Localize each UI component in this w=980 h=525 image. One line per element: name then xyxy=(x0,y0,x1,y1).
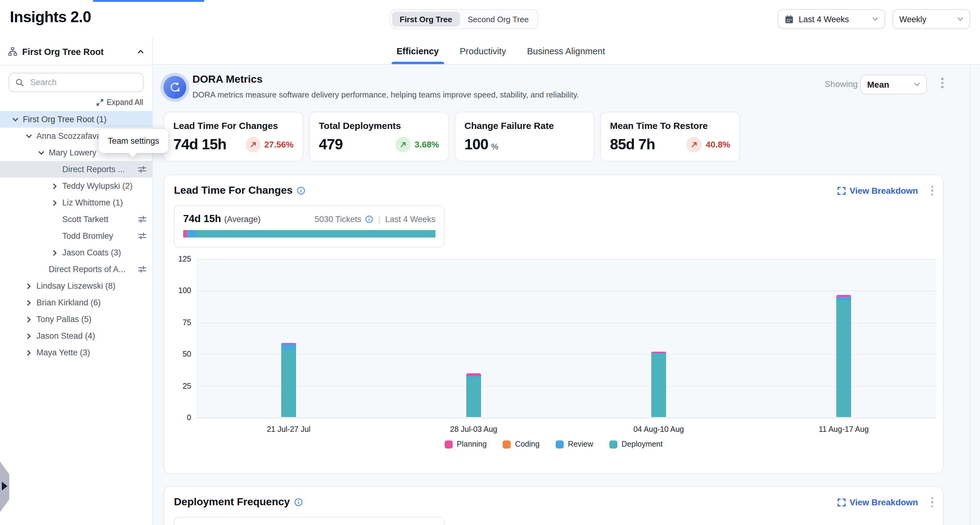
team-settings-icon[interactable] xyxy=(138,215,147,224)
tab-productivity[interactable]: Productivity xyxy=(460,38,506,64)
chevron-right-icon[interactable] xyxy=(25,283,33,289)
dora-metrics-title: DORA Metrics xyxy=(192,73,262,86)
tab-efficiency[interactable]: Efficiency xyxy=(396,38,439,64)
search-input[interactable] xyxy=(29,77,137,88)
legend-label: Review xyxy=(568,440,593,449)
metric-card-lead-time: Lead Time For Changes 74d 15h 27.56% xyxy=(164,112,304,162)
org-tree-toggle: First Org Tree Second Org Tree xyxy=(390,9,539,29)
deployment-segment xyxy=(196,230,436,237)
tree-row-label: Tony Pallas (5) xyxy=(37,315,92,324)
tree-row-label: Todd Bromley xyxy=(62,231,113,240)
stacked-bar[interactable] xyxy=(466,373,481,417)
y-tick: 100 xyxy=(169,286,191,295)
legend-item-review[interactable]: Review xyxy=(556,440,593,449)
tab-business-alignment[interactable]: Business Alignment xyxy=(527,38,605,64)
chevron-right-icon[interactable] xyxy=(51,200,59,206)
dora-more-menu[interactable] xyxy=(941,78,943,88)
scroll-divider xyxy=(969,65,970,525)
tree-row-jason-stead[interactable]: Jason Stead (4) xyxy=(0,328,152,344)
tree-row-first-org-tree-root[interactable]: First Org Tree Root (1) xyxy=(0,111,152,128)
tree-row-direct-reports-of-a[interactable]: Direct Reports of A... xyxy=(0,261,152,278)
metric-title: Lead Time For Changes xyxy=(173,120,294,131)
tree-row-label: Direct Reports of A... xyxy=(49,265,126,274)
chevron-down-icon[interactable] xyxy=(25,133,33,139)
tree-row-jason-coats[interactable]: Jason Coats (3) xyxy=(0,244,152,261)
toggle-second-org-tree[interactable]: Second Org Tree xyxy=(460,12,536,27)
tree-row-brian-kirkland[interactable]: Brian Kirkland (6) xyxy=(0,294,152,311)
search-field[interactable] xyxy=(9,73,144,92)
chevron-right-icon[interactable] xyxy=(51,250,59,256)
date-range-select[interactable]: Last 4 Weeks xyxy=(778,9,885,29)
legend-item-planning[interactable]: Planning xyxy=(444,440,487,449)
lead-time-chart-card: Lead Time For Changes View Breakdown 74d… xyxy=(164,175,943,474)
expand-corners-icon xyxy=(838,498,846,506)
trend-up-icon xyxy=(396,137,411,152)
view-breakdown-link[interactable]: View Breakdown xyxy=(838,186,918,196)
section-tabs: Efficiency Productivity Business Alignme… xyxy=(153,38,980,65)
tree-row-lindsay-liszewski[interactable]: Lindsay Liszewski (8) xyxy=(0,278,152,294)
tree-row-maya-yette[interactable]: Maya Yette (3) xyxy=(0,344,152,361)
info-icon[interactable] xyxy=(294,498,303,506)
cutoff-blue-element xyxy=(93,0,204,2)
info-icon[interactable] xyxy=(365,215,373,223)
chevron-down-icon xyxy=(872,16,878,22)
tree-row-scott-tarkett[interactable]: Scott Tarkett xyxy=(0,211,152,228)
tree-row-liz-whittome[interactable]: Liz Whittome (1) xyxy=(0,194,152,211)
dora-metrics-icon xyxy=(164,76,186,99)
view-breakdown-link[interactable]: View Breakdown xyxy=(838,497,918,507)
showing-mean-value: Mean xyxy=(867,80,889,89)
stacked-bar[interactable] xyxy=(836,294,851,417)
tree-row-label: Scott Tarkett xyxy=(62,215,108,224)
metric-unit: % xyxy=(491,142,498,151)
team-settings-icon[interactable] xyxy=(138,265,147,274)
legend-swatch xyxy=(444,440,452,448)
chart-legend: Planning Coding Review Deployment xyxy=(164,440,943,449)
team-settings-icon[interactable] xyxy=(138,231,147,240)
tree-row-label: Brian Kirkland (6) xyxy=(37,298,101,307)
chevron-down-icon xyxy=(914,81,920,88)
org-chart-icon xyxy=(8,47,17,56)
chevron-up-icon[interactable] xyxy=(137,48,144,55)
y-tick: 0 xyxy=(169,413,191,422)
chevron-right-icon[interactable] xyxy=(25,316,33,322)
metric-title: Mean Time To Restore xyxy=(610,120,730,131)
chevron-right-icon[interactable] xyxy=(25,299,33,306)
stacked-bar[interactable] xyxy=(651,352,666,417)
view-breakdown-label: View Breakdown xyxy=(850,186,918,196)
chart-more-menu[interactable] xyxy=(931,497,933,508)
search-icon xyxy=(16,78,24,87)
stacked-bar[interactable] xyxy=(281,343,296,417)
granularity-select[interactable]: Weekly xyxy=(892,9,970,29)
tree-row-label: Direct Reports ... xyxy=(62,165,125,174)
chevron-right-icon[interactable] xyxy=(25,350,33,356)
legend-item-deployment[interactable]: Deployment xyxy=(609,440,663,449)
legend-swatch xyxy=(503,440,511,448)
tree-row-label: Teddy Wylupski (2) xyxy=(62,181,133,191)
chevron-down-icon[interactable] xyxy=(37,150,46,156)
tree-row-direct-reports[interactable]: Direct Reports ... xyxy=(0,161,152,178)
legend-swatch xyxy=(609,440,617,448)
delta-badge: 3.68% xyxy=(396,137,439,152)
tree-row-todd-bromley[interactable]: Todd Bromley xyxy=(0,228,152,244)
showing-mean-select[interactable]: Mean xyxy=(860,75,927,94)
summary-value: 74d 15h xyxy=(183,213,221,224)
legend-label: Coding xyxy=(515,440,539,449)
team-settings-tooltip: Team settings xyxy=(99,129,169,153)
tree-row-teddy-wylupski[interactable]: Teddy Wylupski (2) xyxy=(0,178,152,194)
chevron-down-icon[interactable] xyxy=(11,116,20,123)
tree-row-tony-pallas[interactable]: Tony Pallas (5) xyxy=(0,311,152,328)
tree-row-label: Maya Yette (3) xyxy=(37,348,90,357)
info-icon[interactable] xyxy=(297,186,305,195)
chart-more-menu[interactable] xyxy=(931,186,933,196)
expand-all-button[interactable]: Expand All xyxy=(9,98,143,107)
tree-row-label: Jason Coats (3) xyxy=(62,248,121,257)
delta-badge: 40.8% xyxy=(687,137,730,152)
chevron-right-icon[interactable] xyxy=(51,183,59,189)
tree-row-label: Mary Lowery xyxy=(49,148,97,158)
deployment-frequency-card: Deployment Frequency View Breakdown xyxy=(164,486,943,525)
toggle-first-org-tree[interactable]: First Org Tree xyxy=(392,12,460,27)
chevron-right-icon[interactable] xyxy=(25,333,33,339)
team-settings-icon[interactable] xyxy=(138,165,147,174)
legend-item-coding[interactable]: Coding xyxy=(503,440,539,449)
sidebar-title: First Org Tree Root xyxy=(22,46,103,56)
